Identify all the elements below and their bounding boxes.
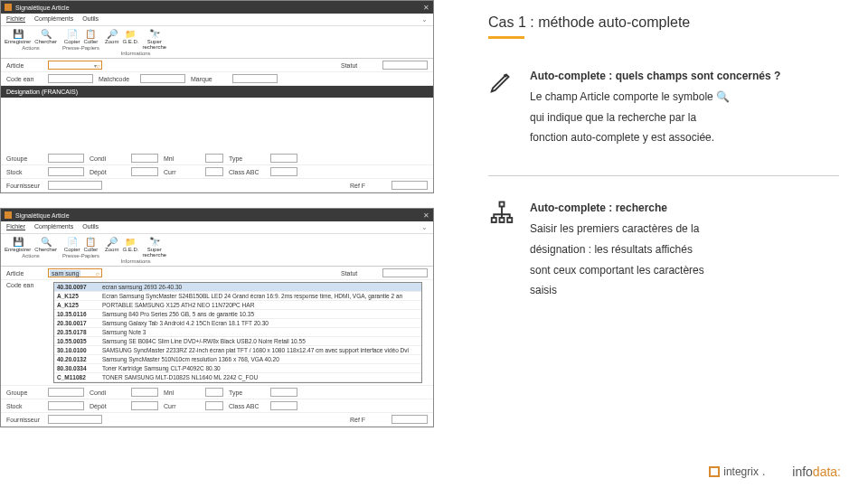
dropdown-row[interactable]: 10.35.0116Samsung 840 Pro Series 256 GB,… — [54, 310, 421, 319]
block-1: Auto-complete : quels champs sont concer… — [488, 66, 839, 148]
dropdown-row[interactable]: A_K125PORTABLE SAMSUNG X125 ATH2 NEO 11N… — [54, 301, 421, 310]
search-icon: 🔍 — [40, 28, 52, 39]
input-codeean[interactable] — [48, 74, 93, 83]
menu-outils[interactable]: Outils — [82, 15, 99, 23]
input-mni[interactable] — [205, 154, 223, 163]
close-icon[interactable]: ✕ — [423, 4, 429, 12]
dropdown-desc: Samsung SE B084C Slim Line DVD+/-RW8x Bl… — [102, 338, 306, 344]
label-type: Type — [229, 389, 265, 396]
zoom-icon: 🔎 — [106, 28, 118, 39]
input-groupe[interactable] — [48, 154, 84, 163]
expand-icon[interactable]: ⌄ — [421, 223, 428, 231]
btn-copier[interactable]: 📄Copier — [64, 236, 80, 252]
btn-ged[interactable]: 📁G.E.D. — [122, 236, 138, 258]
dropdown-desc: Samsung SyncMaster 510N10cm resolution 1… — [102, 356, 279, 362]
block1-title: Auto-complete : quels champs sont concer… — [530, 66, 780, 87]
ribbon-group-info: Informations — [121, 51, 151, 56]
label-statut: Statut — [341, 62, 377, 69]
btn-coller[interactable]: 📋Coller — [84, 28, 99, 44]
label-marque: Marque — [191, 76, 227, 82]
ribbon-group-actions: Actions — [22, 45, 40, 51]
designation-area — [1, 98, 433, 152]
dropdown-row[interactable]: 30.10.0100SAMSUNG SyncMaster 2233RZ 22-i… — [54, 346, 421, 355]
input-class[interactable] — [270, 167, 297, 176]
app-icon — [5, 4, 12, 11]
btn-chercher[interactable]: 🔍Chercher — [34, 28, 57, 44]
dropdown-code: A_K125 — [57, 293, 102, 299]
btn-super[interactable]: 🔭Superrecherche — [142, 236, 166, 258]
block2-title: Auto-complete : recherche — [530, 198, 704, 219]
pencil-icon — [488, 66, 517, 148]
dropdown-row[interactable]: A_K125Ecran Samsung SyncMaster S24B150BL… — [54, 292, 421, 301]
dropdown-row[interactable]: C_M11082TONER SAMSUNG MLT-D1082S NL1640 … — [54, 373, 421, 382]
paste-icon: 📋 — [84, 28, 97, 39]
dropdown-row[interactable]: 80.30.0334Toner Kartridge Samsung CLT-P4… — [54, 364, 421, 373]
block1-line3: fonction auto-complete y est associée. — [530, 127, 780, 148]
label-groupe: Groupe — [6, 155, 42, 162]
menu-complements[interactable]: Compléments — [34, 223, 73, 231]
btn-chercher[interactable]: 🔍Chercher — [34, 236, 57, 252]
input-type[interactable] — [270, 154, 297, 163]
label-depot: Dépôt — [90, 169, 126, 175]
input-article-filled[interactable]: sam sung⌕ — [48, 268, 102, 277]
label-mni: Mnl — [164, 389, 200, 396]
dropdown-row[interactable]: 20.35.0178Samsung Note 3 — [54, 328, 421, 337]
btn-enregistrer[interactable]: 💾Enregistrer — [5, 236, 31, 252]
input-fournisseur[interactable] — [48, 181, 102, 190]
btn-super[interactable]: 🔭Superrecherche — [142, 28, 166, 50]
dropdown-code: C_M11082 — [57, 374, 102, 380]
label-class: Class ABC — [229, 403, 265, 409]
autocomplete-dropdown[interactable]: 40.30.0097ecran samsung 2693 26-40.30A_K… — [53, 282, 422, 383]
save-icon: 💾 — [12, 28, 24, 39]
ribbon-group-presse: Presse-Papiers — [62, 45, 99, 51]
block2-line1: Saisir les premiers caractères de la — [530, 219, 704, 239]
input-condi[interactable] — [131, 154, 158, 163]
menu-outils[interactable]: Outils — [82, 223, 99, 231]
svg-rect-1 — [492, 218, 496, 222]
input-marque[interactable] — [232, 74, 278, 83]
input-statut[interactable] — [382, 61, 428, 70]
input-matchcode[interactable] — [140, 74, 185, 83]
btn-coller[interactable]: 📋Coller — [84, 236, 99, 252]
dropdown-desc: Samsung 840 Pro Series 256 GB, 5 ans de … — [102, 311, 254, 317]
label-stock: Stock — [6, 403, 42, 409]
label-article: Article — [6, 62, 42, 69]
menu-fichier[interactable]: Fichier — [6, 15, 25, 23]
dropdown-code: 40.30.0097 — [57, 284, 102, 290]
magnifier-icon: ⌕ — [97, 62, 100, 69]
btn-copier[interactable]: 📄Copier — [64, 28, 80, 44]
case-title: Cas 1 : méthode auto-complete — [488, 14, 839, 31]
label-type: Type — [229, 155, 265, 162]
input-curr[interactable] — [205, 167, 223, 176]
input-article[interactable]: ▾⌕ — [48, 61, 102, 70]
input-statut[interactable] — [382, 268, 428, 277]
paste-icon: 📋 — [84, 236, 97, 247]
dropdown-row[interactable]: 40.20.0132Samsung SyncMaster 510N10cm re… — [54, 355, 421, 364]
footer-logos: integrix. infodata: — [709, 465, 841, 479]
dropdown-row[interactable]: 10.55.0035Samsung SE B084C Slim Line DVD… — [54, 337, 421, 346]
btn-ged[interactable]: 📁G.E.D. — [122, 28, 138, 50]
app-window-1: Signalétique Article ✕ Fichier Complémen… — [0, 0, 434, 193]
block1-line1: Le champ Article comporte le symbole — [530, 90, 713, 103]
dropdown-row[interactable]: 20.30.0017Samsung Galaxy Tab 3 Android 4… — [54, 319, 421, 328]
input-depot[interactable] — [131, 167, 158, 176]
menu-complements[interactable]: Compléments — [34, 15, 73, 23]
btn-zoom[interactable]: 🔎Zoom — [105, 236, 118, 258]
label-ref: Réf F — [350, 183, 386, 189]
btn-zoom[interactable]: 🔎Zoom — [105, 28, 118, 50]
close-icon[interactable]: ✕ — [423, 211, 429, 220]
row-article: Article ▾⌕ Statut — [1, 59, 433, 72]
label-fournisseur: Fournisseur — [6, 183, 42, 189]
label-stock: Stock — [6, 169, 42, 175]
btn-enregistrer[interactable]: 💾Enregistrer — [5, 28, 31, 44]
window-title-2: Signalétique Article — [15, 212, 423, 219]
input-ref[interactable] — [392, 181, 428, 190]
dropdown-row[interactable]: 40.30.0097ecran samsung 2693 26-40.30 — [54, 283, 421, 292]
expand-icon[interactable]: ⌄ — [421, 15, 428, 23]
menu-fichier[interactable]: Fichier — [6, 223, 25, 231]
input-stock[interactable] — [48, 167, 84, 176]
zoom-icon: 🔎 — [106, 236, 118, 247]
row-designation: Désignation (FRANCAIS) — [1, 86, 433, 98]
block1-line2: qui indique que la recherche par la — [530, 108, 780, 128]
app-window-2: Signalétique Article ✕ FichierComplément… — [0, 208, 434, 427]
